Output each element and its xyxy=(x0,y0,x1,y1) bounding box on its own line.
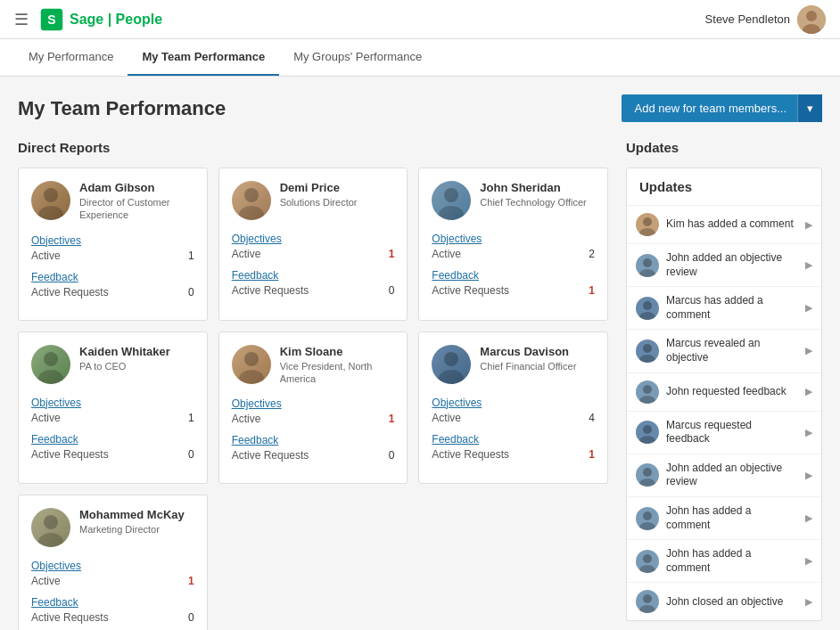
feedback-row: Active Requests 1 xyxy=(432,448,595,461)
chevron-right-icon: ▶ xyxy=(805,259,812,271)
direct-reports-title: Direct Reports xyxy=(18,140,608,155)
logo-text: Sage | People xyxy=(70,12,162,28)
svg-point-42 xyxy=(643,554,652,563)
update-item[interactable]: Kim has added a comment ▶ xyxy=(627,206,821,244)
employee-card: Demi Price Solutions Director Objectives… xyxy=(218,168,408,321)
objectives-section: Objectives Active 1 xyxy=(31,234,194,262)
left-panel: Direct Reports Adam Gibson Director of C… xyxy=(18,140,608,630)
chevron-right-icon: ▶ xyxy=(805,512,812,524)
feedback-status: Active Requests xyxy=(31,286,109,299)
svg-point-3 xyxy=(806,11,817,21)
employee-title: Solutions Director xyxy=(280,196,395,209)
employee-title: Chief Financial Officer xyxy=(480,360,595,372)
feedback-status: Active Requests xyxy=(31,448,109,461)
employee-name: Kaiden Whitaker xyxy=(79,345,194,358)
card-header: John Sheridan Chief Technology Officer xyxy=(432,181,595,220)
objectives-count: 1 xyxy=(188,250,194,262)
update-item[interactable]: John has added a comment ▶ xyxy=(627,540,821,583)
employee-avatar xyxy=(232,345,271,384)
feedback-link[interactable]: Feedback xyxy=(432,433,595,446)
right-panel: Updates Updates Kim has added a comment … xyxy=(626,140,822,630)
employee-info: Marcus Davison Chief Financial Officer xyxy=(480,345,595,372)
chevron-right-icon: ▶ xyxy=(805,427,812,438)
feedback-link[interactable]: Feedback xyxy=(232,269,395,282)
update-text: Kim has added a comment xyxy=(666,217,798,232)
feedback-section: Feedback Active Requests 0 xyxy=(232,434,395,462)
objectives-status: Active xyxy=(31,250,61,262)
objectives-row: Active 4 xyxy=(432,412,595,424)
objectives-row: Active 1 xyxy=(31,412,194,424)
feedback-link[interactable]: Feedback xyxy=(432,269,595,282)
objectives-link[interactable]: Objectives xyxy=(232,233,395,245)
update-avatar xyxy=(636,340,659,363)
svg-point-40 xyxy=(643,511,652,520)
chevron-right-icon: ▶ xyxy=(805,555,812,567)
sage-logo-icon: S xyxy=(39,7,64,32)
feedback-section: Feedback Active Requests 0 xyxy=(232,269,395,297)
svg-point-12 xyxy=(444,188,458,202)
update-item[interactable]: John has added a comment ▶ xyxy=(627,497,821,540)
hamburger-icon[interactable]: ☰ xyxy=(14,10,29,29)
employee-info: Demi Price Solutions Director xyxy=(280,181,395,209)
chevron-right-icon: ▶ xyxy=(805,470,812,481)
update-text: John requested feedback xyxy=(666,385,798,399)
objectives-link[interactable]: Objectives xyxy=(432,397,595,409)
objectives-link[interactable]: Objectives xyxy=(31,397,194,409)
svg-point-32 xyxy=(643,344,652,353)
content-layout: Direct Reports Adam Gibson Director of C… xyxy=(18,140,822,630)
employee-avatar xyxy=(31,508,70,547)
update-item[interactable]: Marcus requested feedback ▶ xyxy=(627,412,821,454)
employee-card-extra: Mohammed McKay Marketing Director Object… xyxy=(18,495,208,630)
employee-card: John Sheridan Chief Technology Officer O… xyxy=(418,168,608,321)
update-item[interactable]: Marcus has added a comment ▶ xyxy=(627,287,821,330)
objectives-link[interactable]: Objectives xyxy=(432,233,595,245)
employee-card: Kim Sloane Vice President, North America… xyxy=(218,331,408,485)
svg-point-35 xyxy=(639,396,655,404)
feedback-link[interactable]: Feedback xyxy=(31,433,194,446)
objectives-link[interactable]: Objectives xyxy=(31,560,194,572)
update-avatar xyxy=(636,213,659,236)
objectives-link[interactable]: Objectives xyxy=(31,234,194,247)
feedback-link[interactable]: Feedback xyxy=(31,596,194,609)
objectives-section: Objectives Active 1 xyxy=(232,397,395,425)
employee-name: John Sheridan xyxy=(480,181,595,194)
user-area[interactable]: Steve Pendleton xyxy=(705,5,826,34)
svg-point-37 xyxy=(639,436,655,444)
update-item[interactable]: John added an objective review ▶ xyxy=(627,244,821,287)
user-name: Steve Pendleton xyxy=(705,12,790,26)
update-item[interactable]: John requested feedback ▶ xyxy=(627,373,821,412)
card-header: Marcus Davison Chief Financial Officer xyxy=(432,345,595,384)
tab-my-groups-performance[interactable]: My Groups' Performance xyxy=(279,39,436,76)
add-new-arrow-icon: ▾ xyxy=(797,94,822,122)
objectives-link[interactable]: Objectives xyxy=(232,397,395,410)
feedback-row: Active Requests 0 xyxy=(31,286,194,299)
objectives-row: Active 1 xyxy=(31,575,194,587)
employee-name: Marcus Davison xyxy=(480,345,595,358)
feedback-link[interactable]: Feedback xyxy=(31,271,194,283)
objectives-count: 1 xyxy=(389,413,395,425)
feedback-status: Active Requests xyxy=(432,284,509,297)
update-item[interactable]: Marcus revealed an objective ▶ xyxy=(627,330,821,372)
feedback-status: Active Requests xyxy=(232,284,309,297)
update-item[interactable]: John closed an objective ▶ xyxy=(627,583,821,620)
update-item[interactable]: John added an objective review ▶ xyxy=(627,454,821,497)
feedback-row: Active Requests 0 xyxy=(232,449,395,462)
update-text: Marcus has added a comment xyxy=(666,294,798,322)
svg-point-44 xyxy=(643,594,652,603)
update-avatar xyxy=(636,590,659,613)
feedback-link[interactable]: Feedback xyxy=(232,434,395,446)
svg-point-30 xyxy=(643,301,652,310)
nav-tabs: My Performance My Team Performance My Gr… xyxy=(0,39,840,77)
card-header: Adam Gibson Director of Customer Experie… xyxy=(31,181,194,222)
feedback-row: Active Requests 1 xyxy=(432,284,595,297)
feedback-section: Feedback Active Requests 1 xyxy=(432,433,595,461)
update-avatar xyxy=(636,254,659,277)
tab-my-team-performance[interactable]: My Team Performance xyxy=(128,39,279,76)
page-title-row: My Team Performance Add new for team mem… xyxy=(18,94,822,122)
tab-my-performance[interactable]: My Performance xyxy=(14,39,128,76)
update-text: John has added a comment xyxy=(666,504,798,532)
add-new-button[interactable]: Add new for team members... ▾ xyxy=(622,94,822,122)
updates-panel-title: Updates xyxy=(627,168,821,206)
employee-card: Adam Gibson Director of Customer Experie… xyxy=(18,168,208,321)
objectives-status: Active xyxy=(31,412,61,424)
